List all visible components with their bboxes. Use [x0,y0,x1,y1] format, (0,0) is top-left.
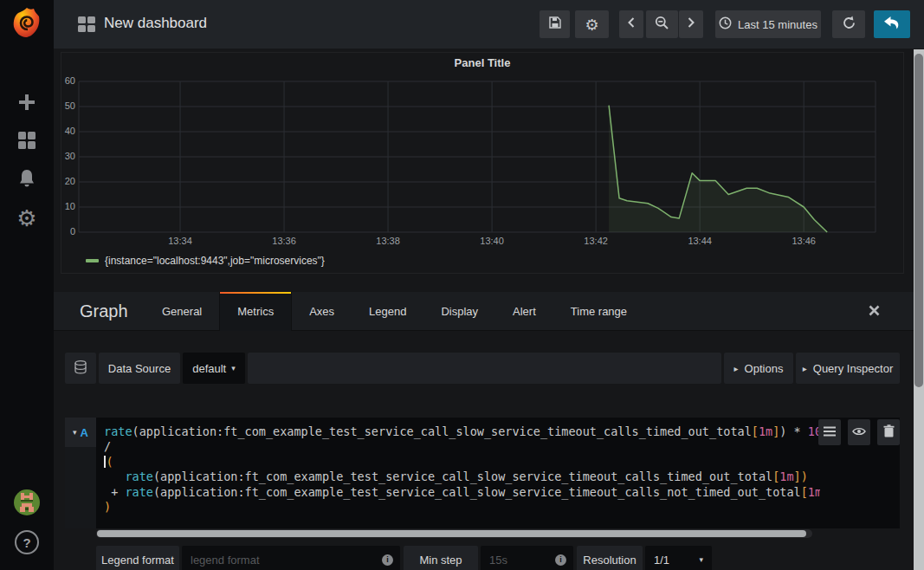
query-code-line: rate(application:ft_com_example_test_ser… [104,470,820,484]
side-menu: ⚙ ? [0,0,54,570]
tab-alert[interactable]: Alert [495,292,553,330]
y-axis-tick: 10 [56,201,75,211]
tab-metrics[interactable]: Metrics [219,292,292,331]
y-axis-tick: 40 [56,126,75,136]
gear-icon: ⚙ [585,16,598,34]
datasource-value: default [192,362,226,375]
x-axis-tick: 13:38 [366,236,410,246]
query-inspector-label: Query Inspector [813,362,894,375]
trash-icon [883,424,895,441]
y-axis-tick: 20 [56,176,75,186]
chevron-right-icon [686,16,696,32]
query-inspector-button[interactable]: ▸ Query Inspector [796,353,900,384]
top-navbar: New dashboard ⚙ L [54,0,924,49]
x-axis-tick: 13:40 [470,236,514,246]
min-step-label: Min step [404,546,478,570]
dashboards-grid-icon [17,131,36,153]
refresh-button[interactable] [832,10,865,38]
legend-series-label: {instance="localhost:9443",job="microser… [105,255,325,267]
gear-icon: ⚙ [16,205,36,231]
time-range-picker[interactable]: Last 15 minutes [715,10,821,38]
legend-format-input[interactable] [189,553,382,567]
sidebar-item-configuration[interactable]: ⚙ [0,201,54,236]
datasource-select[interactable]: default ▾ [183,353,245,384]
question-icon: ? [15,530,39,554]
sidebar-item-create[interactable] [0,87,54,121]
sidebar-item-alerting[interactable] [0,163,54,198]
clock-icon [719,16,732,33]
panel-type-label: Graph [54,292,145,330]
tab-axes[interactable]: Axes [292,292,352,330]
y-axis-tick: 0 [56,226,75,236]
tab-display[interactable]: Display [423,292,495,330]
query-code-line: ) [104,500,820,515]
eye-icon [852,424,866,440]
back-to-dashboard-button[interactable] [874,10,910,38]
page-vertical-scrollbar[interactable] [914,49,924,570]
options-label: Options [745,362,784,375]
query-ref-letter: A [81,426,88,439]
save-dashboard-button[interactable] [540,10,570,38]
x-axis-tick: 13:44 [678,236,721,246]
datasource-row-filler [248,353,721,384]
info-icon: i [382,554,393,566]
x-axis-tick: 13:42 [574,236,617,246]
zoom-out-icon [655,16,669,34]
collapse-caret-icon: ▾ [73,428,77,437]
plus-icon [17,93,36,115]
x-axis-tick: 13:34 [158,236,202,246]
close-editor-button[interactable] [869,304,881,316]
min-step-input[interactable] [488,553,555,567]
text-cursor [104,456,106,468]
bell-icon [17,168,36,192]
caret-right-icon: ▸ [734,364,739,373]
time-back-button[interactable] [619,10,643,38]
datasource-label: Data Source [99,353,180,384]
grafana-logo[interactable] [12,6,42,44]
tab-time-range[interactable]: Time range [553,292,644,330]
y-axis-tick: 60 [56,75,75,86]
sidebar-item-profile[interactable] [0,487,54,521]
query-disable-button[interactable] [848,419,870,445]
dashboard-title[interactable]: New dashboard [104,15,207,32]
zoom-out-time-button[interactable] [646,10,678,38]
refresh-icon [842,16,856,34]
legend-item[interactable]: {instance="localhost:9443",job="microser… [86,255,325,267]
query-delete-button[interactable] [877,419,900,445]
dashboard-grid-icon[interactable] [78,16,95,32]
scrollbar-thumb[interactable] [914,54,923,387]
legend-format-label: Legend format [96,546,179,570]
y-axis-tick: 30 [56,151,75,161]
query-code-line: rate(application:ft_com_example_test_ser… [104,424,820,439]
promql-query-editor[interactable]: rate(application:ft_com_example_test_ser… [96,418,900,528]
tab-general[interactable]: General [145,292,219,330]
query-ref-toggle[interactable]: ▾ A [65,418,96,447]
user-avatar [14,489,40,519]
query-code-line: ( [104,455,820,470]
chevron-left-icon [626,16,636,32]
close-icon [869,304,880,319]
sidebar-item-dashboards[interactable] [0,125,54,159]
query-horizontal-scrollbar[interactable] [96,529,812,538]
query-menu-button[interactable] [818,419,841,445]
min-step-field: i [481,546,573,570]
panel-editor-tabstrip: Graph GeneralMetricsAxesLegendDisplayAle… [54,292,914,331]
sidebar-item-help[interactable]: ? [0,525,54,560]
resolution-select[interactable]: 1/1 ▾ [645,546,712,570]
graph-panel: Panel Title {instance="localhost:9443",j… [61,52,904,274]
scrollbar-thumb[interactable] [97,530,806,537]
chevron-down-icon: ▾ [231,364,236,372]
resolution-label: Resolution [577,546,643,570]
chevron-down-icon: ▾ [699,555,703,564]
resolution-value: 1/1 [654,554,669,567]
y-axis-tick: 50 [56,100,75,111]
menu-icon [824,424,836,440]
save-icon [548,16,562,33]
time-forward-button[interactable] [679,10,703,38]
tab-legend[interactable]: Legend [352,292,423,330]
dashboard-settings-button[interactable]: ⚙ [575,10,609,38]
back-arrow-icon [882,16,901,34]
datasource-icon-cell [65,353,96,384]
options-toggle[interactable]: ▸ Options [724,353,793,384]
query-code: rate(application:ft_com_example_test_ser… [96,424,820,515]
